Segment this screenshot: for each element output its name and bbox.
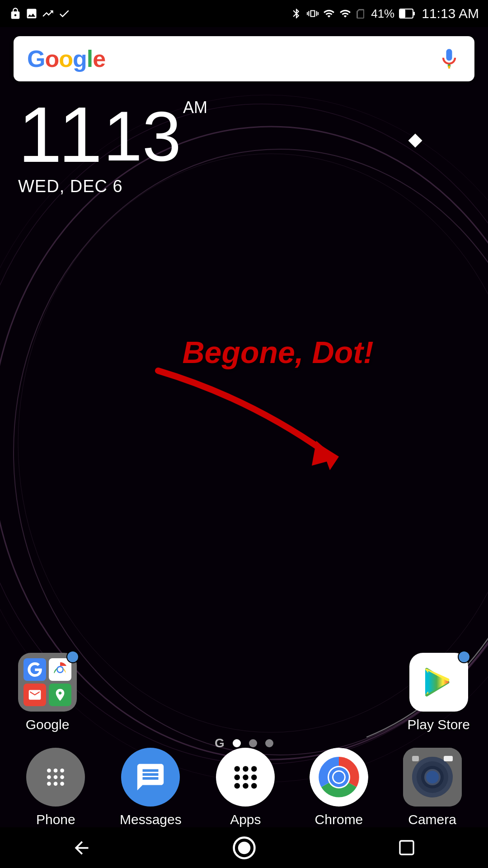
google-folder-icon — [18, 653, 77, 712]
svg-point-22 — [54, 782, 58, 786]
page-dot-2[interactable] — [249, 739, 257, 747]
clock-minute: 13 — [103, 101, 181, 171]
google-folder-notification-dot — [66, 651, 79, 663]
play-store-notification-dot — [458, 651, 470, 663]
svg-point-31 — [243, 783, 249, 789]
svg-point-27 — [234, 774, 240, 780]
folder-chrome-icon — [49, 658, 71, 681]
phone-label: Phone — [36, 812, 75, 827]
google-search-bar[interactable]: Google — [14, 36, 474, 81]
svg-point-21 — [47, 782, 51, 786]
wifi-icon — [339, 8, 351, 19]
chrome-svg — [310, 748, 368, 807]
nav-home-button[interactable] — [228, 832, 260, 863]
phone-icon — [26, 748, 85, 807]
status-icons-left — [9, 7, 70, 20]
play-store-icon-container — [409, 653, 468, 712]
svg-rect-49 — [400, 841, 413, 854]
sim-icon — [356, 8, 366, 19]
vibrate-icon — [307, 8, 319, 19]
svg-point-17 — [61, 769, 65, 773]
nav-bar — [0, 827, 488, 868]
camera-svg — [403, 748, 462, 807]
microphone-icon[interactable] — [437, 47, 461, 71]
apps-dock-app[interactable]: Apps — [216, 748, 275, 827]
home-icon — [232, 835, 257, 860]
lock-icon — [9, 7, 22, 20]
svg-point-20 — [61, 775, 65, 779]
clock-hour: 11 — [18, 95, 99, 174]
apps-label: Apps — [230, 812, 261, 827]
camera-label: Camera — [408, 812, 456, 827]
check-icon — [58, 7, 70, 20]
status-bar: 41% 11:13 AM — [0, 0, 488, 27]
camera-icon-container — [403, 748, 462, 807]
folder-gmail-icon — [23, 684, 46, 706]
folder-google-icon — [23, 658, 46, 681]
clock-date: WED, DEC 6 — [18, 177, 207, 196]
phone-svg — [40, 761, 71, 793]
home-apps: Google — [0, 653, 488, 732]
status-icons-right: 41% 11:13 AM — [291, 6, 479, 21]
apps-svg — [229, 760, 263, 794]
svg-point-30 — [234, 783, 240, 789]
apps-icon — [216, 748, 275, 807]
svg-point-48 — [238, 841, 250, 854]
battery-percentage: 41% — [371, 7, 394, 21]
svg-point-23 — [61, 782, 65, 786]
signal-icon — [323, 8, 335, 19]
svg-rect-11 — [448, 66, 450, 69]
messages-label: Messages — [120, 812, 182, 827]
nav-back-button[interactable] — [66, 832, 97, 863]
svg-rect-46 — [412, 756, 419, 761]
svg-point-24 — [234, 766, 240, 772]
folder-maps-icon — [49, 684, 71, 706]
page-dot-3[interactable] — [265, 739, 273, 747]
clock-ampm: AM — [183, 99, 207, 116]
svg-point-29 — [251, 774, 257, 780]
svg-point-15 — [47, 769, 51, 773]
play-store-triangle — [421, 664, 457, 700]
dock: Phone Messages Apps — [0, 748, 488, 827]
svg-point-44 — [426, 771, 439, 783]
messages-dock-app[interactable]: Messages — [120, 748, 182, 827]
nav-recent-button[interactable] — [391, 832, 422, 863]
image-icon — [25, 7, 38, 20]
arrow-annotation — [136, 362, 361, 497]
svg-point-18 — [47, 775, 51, 779]
chrome-label: Chrome — [315, 812, 363, 827]
clock-widget: 11 13 AM WED, DEC 6 — [18, 95, 207, 196]
google-folder-label: Google — [26, 717, 70, 732]
svg-point-19 — [54, 775, 58, 779]
play-store-label: Play Store — [408, 717, 470, 732]
messages-icon — [121, 748, 180, 807]
svg-rect-9 — [400, 9, 405, 18]
status-time: 11:13 AM — [422, 6, 479, 21]
google-logo: Google — [27, 45, 105, 72]
bluetooth-icon — [291, 8, 302, 19]
svg-rect-8 — [413, 12, 415, 15]
phone-dock-app[interactable]: Phone — [26, 748, 85, 827]
svg-rect-45 — [444, 756, 453, 761]
chrome-dock-app[interactable]: Chrome — [310, 748, 368, 827]
svg-point-37 — [333, 772, 344, 783]
svg-point-16 — [54, 769, 58, 773]
google-folder-app[interactable]: Google — [18, 653, 77, 732]
svg-point-28 — [243, 774, 249, 780]
camera-dock-app[interactable]: Camera — [403, 748, 462, 827]
svg-point-32 — [251, 783, 257, 789]
svg-point-25 — [243, 766, 249, 772]
messages-svg — [135, 761, 166, 793]
svg-point-26 — [251, 766, 257, 772]
chrome-icon-container — [310, 748, 368, 807]
back-icon — [71, 838, 92, 858]
battery-icon — [399, 9, 415, 19]
recent-icon — [398, 839, 416, 857]
page-dot-1[interactable] — [233, 739, 241, 747]
chart-icon — [42, 7, 54, 20]
play-store-app[interactable]: Play Store — [408, 653, 470, 732]
